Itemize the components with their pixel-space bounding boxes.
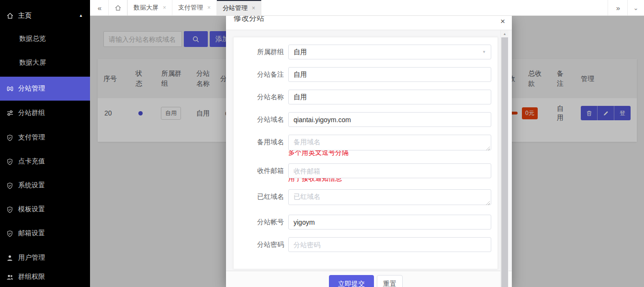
form-row-name: 分站名称 xyxy=(234,90,497,104)
modal-form: 所属群组 自用 ▼ 分站备注 分站名称 分站域名 xyxy=(233,37,498,269)
field-label: 备用域名 xyxy=(234,135,288,152)
home-icon xyxy=(6,12,14,20)
modal-title: 修改分站 xyxy=(234,16,512,23)
field-label: 分站帐号 xyxy=(234,215,288,230)
shield-check-icon xyxy=(6,134,14,141)
sidebar-item-label: 用户管理 xyxy=(18,253,45,262)
remark-input[interactable] xyxy=(288,67,491,82)
field-label: 分站密码 xyxy=(234,237,288,252)
group-select-value: 自用 xyxy=(294,48,307,57)
tab-data-screen[interactable]: 数据大屏 × xyxy=(127,0,172,15)
chevron-down-icon: ▼ xyxy=(482,50,486,54)
reset-button[interactable]: 重置 xyxy=(377,275,403,287)
form-row-flagged-domain: 已红域名 xyxy=(234,189,497,207)
tabbar-right-controls: » ⌄ xyxy=(608,0,644,15)
sidebar-item-label: 主页 xyxy=(18,11,32,20)
tab-bar: « 数据大屏 × 支付管理 × 分站管理 × » ⌄ xyxy=(90,0,644,16)
user-icon xyxy=(6,254,14,262)
sidebar-item-substation-management[interactable]: 分站管理 xyxy=(0,77,90,101)
sidebar-item-template-settings[interactable]: 模板设置 xyxy=(0,197,90,221)
shield-check-icon xyxy=(6,182,14,189)
flagged-domain-textarea[interactable] xyxy=(288,189,491,205)
sidebar-item-group-permissions[interactable]: 群组权限 xyxy=(0,265,90,287)
data-board-icon xyxy=(6,85,14,92)
field-label: 分站名称 xyxy=(234,90,288,104)
modal-header: 修改分站 xyxy=(226,16,512,30)
users-icon xyxy=(6,273,14,281)
backup-domain-textarea[interactable] xyxy=(288,135,491,150)
submit-button[interactable]: 立即提交 xyxy=(329,275,374,287)
sidebar-item-home[interactable]: 主页 ▲ xyxy=(0,4,90,28)
field-label: 分站备注 xyxy=(234,67,288,82)
sidebar-item-email-settings[interactable]: 邮箱设置 xyxy=(0,221,90,245)
account-input[interactable] xyxy=(288,215,491,230)
sidebar-item-label: 点卡充值 xyxy=(18,157,45,166)
form-row-backup-domain: 备用域名 xyxy=(234,135,497,152)
main-content: 添加 序号 状态 所属群组 分站名称 分站域名 收 总收款 备注 管理 20 自… xyxy=(90,16,644,287)
form-row-group: 所属群组 自用 ▼ xyxy=(234,45,497,59)
group-select[interactable]: 自用 ▼ xyxy=(288,45,491,59)
modal-scrollbar: ▲ xyxy=(500,30,508,287)
tab-label: 数据大屏 xyxy=(134,3,158,12)
field-label: 所属群组 xyxy=(234,45,288,59)
password-input[interactable] xyxy=(288,237,491,252)
form-row-email: 收件邮箱 xyxy=(234,163,497,178)
close-tab-icon[interactable]: × xyxy=(163,4,166,11)
form-row-account: 分站帐号 xyxy=(234,215,497,230)
collapse-arrow-icon[interactable]: ▲ xyxy=(79,13,83,18)
tab-label: 分站管理 xyxy=(223,4,248,12)
collapse-tabs-icon[interactable]: « xyxy=(90,0,108,15)
edit-substation-modal: 修改分站 × 所属群组 自用 ▼ 分站备注 分站名称 xyxy=(226,16,512,287)
close-tab-icon[interactable]: × xyxy=(252,5,255,11)
sidebar-item-data-screen[interactable]: 数据大屏 xyxy=(0,51,109,75)
sliders-icon xyxy=(6,109,14,117)
sidebar-item-label: 系统设置 xyxy=(18,181,45,190)
sidebar-item-payment-management[interactable]: 支付管理 xyxy=(0,126,90,149)
home-icon xyxy=(114,4,122,11)
field-label: 已红域名 xyxy=(234,189,288,207)
sidebar-item-label: 分站群组 xyxy=(18,109,45,117)
sidebar-item-substation-groups[interactable]: 分站群组 xyxy=(0,101,90,125)
sidebar-item-data-overview[interactable]: 数据总览 xyxy=(0,27,109,51)
field-label: 收件邮箱 xyxy=(234,163,288,178)
name-input[interactable] xyxy=(288,90,491,104)
form-row-domain: 分站域名 xyxy=(234,112,497,127)
tab-payment-management[interactable]: 支付管理 × xyxy=(172,0,217,15)
expand-tabs-icon[interactable]: » xyxy=(608,0,627,15)
sidebar-item-system-settings[interactable]: 系统设置 xyxy=(0,173,90,197)
sidebar-item-label: 分站管理 xyxy=(18,84,45,93)
sidebar-item-card-recharge[interactable]: 点卡充值 xyxy=(0,149,90,173)
close-icon[interactable]: × xyxy=(500,17,505,26)
tab-substation-management[interactable]: 分站管理 × xyxy=(217,0,261,15)
sidebar-item-label: 邮箱设置 xyxy=(18,229,45,238)
sidebar: 主页 ▲ 数据总览 数据大屏 分站管理 分站群组 支付管理 点卡充值 系统设置 xyxy=(0,0,90,287)
sidebar-item-label: 支付管理 xyxy=(18,133,45,142)
tab-label: 支付管理 xyxy=(178,3,203,12)
sidebar-item-label: 模板设置 xyxy=(18,205,45,214)
shield-check-icon xyxy=(6,230,14,237)
sidebar-item-label: 数据总览 xyxy=(19,34,46,43)
close-tab-icon[interactable]: × xyxy=(207,4,211,11)
sidebar-item-label: 数据大屏 xyxy=(19,58,46,67)
field-label: 分站域名 xyxy=(234,112,288,127)
form-row-password: 分站密码 xyxy=(234,237,497,252)
email-input[interactable] xyxy=(288,163,491,178)
modal-footer: 立即提交 重置 xyxy=(226,271,512,287)
scrollbar-thumb[interactable] xyxy=(501,37,508,287)
chevron-down-icon[interactable]: ⌄ xyxy=(627,0,644,15)
scroll-up-icon[interactable]: ▲ xyxy=(501,30,508,37)
shield-check-icon xyxy=(6,158,14,165)
form-row-remark: 分站备注 xyxy=(234,67,497,82)
sidebar-item-label: 群组权限 xyxy=(18,273,45,281)
domain-input[interactable] xyxy=(288,112,491,127)
shield-check-icon xyxy=(6,206,14,213)
home-tab[interactable] xyxy=(108,0,127,15)
